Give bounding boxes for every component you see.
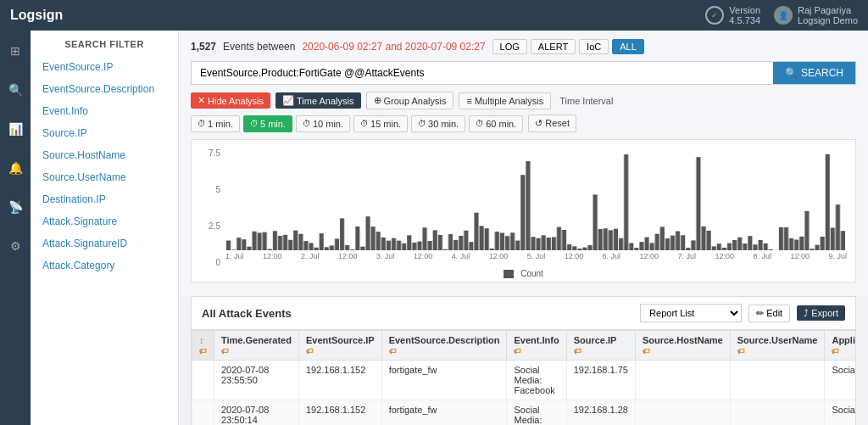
user-info: 👤 Raj Pagariya Logsign Demo [774, 5, 858, 25]
content-wrapper: ⊞ 🔍 📊 🔔 📡 ⚙ SEARCH FILTER EventSource.IP… [0, 31, 868, 425]
interval-btn-15min.[interactable]: ⏱ 15 min. [353, 115, 408, 132]
filter-item-source-ip[interactable]: Source.IP [31, 122, 178, 144]
legend-box [504, 270, 514, 278]
sidebar-gear-icon[interactable]: ⚙ [3, 234, 27, 258]
filter-item-attack-category[interactable]: Attack.Category [31, 254, 178, 277]
report-list-select[interactable]: Report List [640, 304, 742, 322]
sidebar-search-icon[interactable]: 🔍 [3, 78, 27, 102]
col-filter-icon: 🏷 [306, 347, 314, 355]
search-input[interactable] [192, 62, 773, 84]
th-time-generated[interactable]: Time.Generated🏷 [214, 331, 299, 361]
filter-items: EventSource.IPEventSource.DescriptionEve… [31, 56, 178, 277]
legend-label: Count [520, 269, 543, 278]
tab-alert[interactable]: ALERT [531, 39, 576, 54]
x-label: 6. Jul [603, 252, 621, 267]
reset-btn[interactable]: ↺ Reset [528, 115, 576, 132]
attack-events-section: All Attack Events Report List ✏ Edit ⤴ E… [191, 296, 856, 425]
events-date-range: 2020-06-09 02:27 and 2020-07-09 02:27 [302, 41, 485, 53]
edit-icon: ✏ [756, 308, 764, 318]
user-name: Raj Pagariya [798, 5, 858, 15]
filter-item-attack-signatureid[interactable]: Attack.SignatureID [31, 232, 178, 254]
col-filter-icon: 🏷 [221, 347, 229, 355]
filter-item-source-hostname[interactable]: Source.HostName [31, 144, 178, 166]
search-icon: 🔍 [785, 67, 798, 79]
attack-events-title: All Attack Events [202, 307, 292, 320]
interval-btn-10min.[interactable]: ⏱ 10 min. [296, 115, 350, 132]
analysis-toolbar: ✕ Hide Analysis 📈 Time Analysis ⊕ Group … [191, 92, 856, 132]
sidebar-chart-icon[interactable]: 📊 [3, 117, 27, 141]
y-label: 5 [200, 185, 220, 194]
chart-container: 7.552.50 1. Jul12:002. Jul12:003. Jul12:… [191, 139, 856, 282]
col-filter-icon: 🏷 [643, 347, 650, 355]
filter-item-source-username[interactable]: Source.UserName [31, 166, 178, 188]
hide-icon: ✕ [198, 95, 205, 106]
header-right: ✓ Version 4.5.734 👤 Raj Pagariya Logsign… [705, 5, 858, 25]
time-interval-label: Time Interval [559, 96, 613, 106]
time-analysis-btn[interactable]: 📈 Time Analysis [275, 92, 360, 109]
time-chart-icon: 📈 [282, 95, 294, 106]
th-source-hostname[interactable]: Source.HostName🏷 [635, 331, 730, 361]
th-application-category[interactable]: Application.Category🏷 [825, 331, 855, 361]
multiple-analysis-btn[interactable]: ≡ Multiple Analysis [459, 92, 551, 109]
th-source-username[interactable]: Source.UserName🏷 [730, 331, 825, 361]
top-header: Logsign ✓ Version 4.5.734 👤 Raj Pagariya… [0, 0, 868, 31]
export-btn[interactable]: ⤴ Export [797, 305, 845, 321]
x-label: 9. Jul [828, 252, 847, 267]
sidebar-wifi-icon[interactable]: 📡 [3, 195, 27, 219]
filter-item-destination-ip[interactable]: Destination.IP [31, 188, 178, 210]
group-analysis-btn[interactable]: ⊕ Group Analysis [366, 92, 454, 109]
hide-analysis-btn[interactable]: ✕ Hide Analysis [191, 92, 270, 109]
interval-btn-60min.[interactable]: ⏱ 60 min. [469, 115, 523, 132]
x-label: 12:00 [338, 252, 358, 267]
table-header-row: ↕🏷Time.Generated🏷EventSource.IP🏷EventSou… [192, 331, 856, 361]
filter-item-attack-signature[interactable]: Attack.Signature [31, 210, 178, 232]
edit-btn[interactable]: ✏ Edit [748, 305, 790, 322]
chart-plot [225, 148, 847, 252]
table-cell: 192.168.1.152 [298, 361, 381, 400]
tab-group: LOGALERTIoCALL [492, 39, 644, 54]
chart-area: 7.552.50 1. Jul12:002. Jul12:003. Jul12:… [200, 148, 847, 267]
table-cell [730, 361, 825, 400]
table-cell: Social Media: Facebook [507, 361, 566, 400]
events-section: 1,527 Events between 2020-06-09 02:27 an… [179, 31, 868, 296]
group-analysis-label: Group Analysis [384, 96, 447, 106]
chart-x-labels: 1. Jul12:002. Jul12:003. Jul12:004. Jul1… [225, 252, 847, 267]
interval-btn-1min.[interactable]: ⏱ 1 min. [191, 115, 240, 132]
col-filter-icon: 🏷 [832, 347, 839, 355]
filter-item-eventsource-ip[interactable]: EventSource.IP [31, 56, 178, 78]
y-label: 2.5 [200, 221, 220, 231]
tab-ioc[interactable]: IoC [579, 39, 609, 54]
x-label: 5. Jul [527, 252, 546, 267]
th-sort[interactable]: ↕🏷 [192, 331, 214, 361]
th-source-ip[interactable]: Source.IP🏷 [566, 331, 635, 361]
sidebar-grid-icon[interactable]: ⊞ [3, 39, 27, 63]
filter-item-eventsource-description[interactable]: EventSource.Description [31, 78, 178, 100]
reset-label: Reset [545, 118, 570, 128]
filter-item-event-info[interactable]: Event.Info [31, 100, 178, 122]
version-info: ✓ Version 4.5.734 [705, 5, 760, 25]
hide-analysis-label: Hide Analysis [208, 96, 264, 106]
interval-btn-30min.[interactable]: ⏱ 30 min. [411, 115, 465, 132]
table-row: 2020-07-08 23:55:50192.168.1.152fortigat… [192, 361, 856, 400]
tab-log[interactable]: LOG [492, 39, 527, 54]
x-label: 8. Jul [753, 252, 771, 267]
th-event-info[interactable]: Event.Info🏷 [507, 331, 566, 361]
sidebar-bell-icon[interactable]: 🔔 [3, 156, 27, 180]
y-label: 7.5 [200, 148, 220, 158]
th-eventsource-ip[interactable]: EventSource.IP🏷 [298, 331, 381, 361]
interval-buttons: ⏱ 1 min.⏱ 5 min.⏱ 10 min.⏱ 15 min.⏱ 30 m… [191, 115, 523, 132]
time-analysis-label: Time Analysis [297, 96, 353, 106]
x-label: 12:00 [565, 252, 584, 267]
logo: Logsign [10, 8, 63, 23]
group-icon: ⊕ [374, 95, 381, 106]
interval-btn-5min.[interactable]: ⏱ 5 min. [243, 115, 292, 132]
events-count: 1,527 [191, 41, 216, 53]
search-filter-panel: SEARCH FILTER EventSource.IPEventSource.… [31, 31, 179, 425]
th-eventsource-description[interactable]: EventSource.Description🏷 [381, 331, 507, 361]
x-label: 12:00 [263, 252, 282, 267]
tab-all[interactable]: ALL [612, 39, 644, 54]
search-bar: 🔍 SEARCH [191, 61, 856, 85]
search-button[interactable]: 🔍 SEARCH [773, 62, 855, 84]
user-details: Raj Pagariya Logsign Demo [798, 5, 858, 25]
x-label: 4. Jul [452, 252, 470, 267]
